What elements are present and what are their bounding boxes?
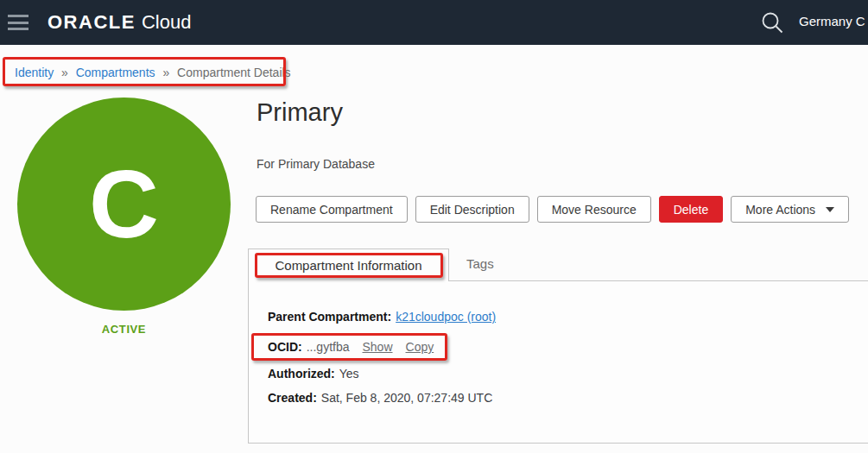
rename-compartment-button[interactable]: Rename Compartment (256, 196, 408, 223)
authorized-value: Yes (339, 367, 359, 381)
more-actions-button[interactable]: More Actions (731, 196, 849, 223)
tab-compartment-information[interactable]: Compartment Information (248, 249, 449, 281)
compartment-avatar: C (17, 98, 231, 311)
avatar-letter: C (89, 156, 159, 253)
created-label: Created: (268, 391, 317, 405)
breadcrumb-compartments[interactable]: Compartments (76, 66, 155, 79)
ocid-copy-link[interactable]: Copy (406, 340, 434, 354)
page-title: Primary (257, 98, 343, 127)
breadcrumb: Identity » Compartments » Compartment De… (15, 66, 291, 79)
ocid-value: ...gytfba (307, 340, 350, 354)
chevron-down-icon (826, 207, 834, 212)
logo-cloud-text: Cloud (142, 11, 191, 33)
parent-compartment-link[interactable]: k21cloudpoc (root) (396, 310, 496, 324)
more-actions-label: More Actions (745, 203, 815, 217)
page-description: For Primary Database (257, 157, 375, 171)
tab-tags[interactable]: Tags (466, 256, 494, 271)
ocid-show-link[interactable]: Show (362, 340, 392, 354)
top-navigation-bar: ORACLECloud Germany C (0, 0, 868, 45)
delete-button[interactable]: Delete (659, 196, 723, 223)
action-button-row: Rename Compartment Edit Description Move… (256, 196, 849, 223)
status-badge: ACTIVE (17, 323, 231, 336)
oracle-cloud-logo[interactable]: ORACLECloud (48, 11, 191, 34)
edit-description-button[interactable]: Edit Description (415, 196, 529, 223)
compartment-information-panel (248, 280, 868, 444)
breadcrumb-separator: » (61, 66, 68, 79)
breadcrumb-current: Compartment Details (177, 66, 291, 79)
parent-compartment-row: Parent Compartment:k21cloudpoc (root) (268, 310, 496, 324)
region-selector[interactable]: Germany C (799, 14, 865, 28)
ocid-label: OCID: (268, 340, 302, 354)
move-resource-button[interactable]: Move Resource (537, 196, 651, 223)
menu-icon[interactable] (8, 15, 29, 30)
authorized-label: Authorized: (268, 367, 335, 381)
parent-compartment-label: Parent Compartment: (268, 310, 391, 324)
authorized-row: Authorized:Yes (268, 367, 359, 381)
tab-compartment-information-label: Compartment Information (275, 258, 421, 273)
breadcrumb-separator: » (162, 66, 169, 79)
created-row: Created:Sat, Feb 8, 2020, 07:27:49 UTC (268, 391, 492, 405)
search-icon[interactable] (760, 10, 784, 38)
logo-oracle-text: ORACLE (48, 11, 136, 33)
created-value: Sat, Feb 8, 2020, 07:27:49 UTC (321, 391, 492, 405)
breadcrumb-identity[interactable]: Identity (15, 66, 54, 79)
ocid-row: OCID:...gytfbaShowCopy (268, 340, 434, 354)
